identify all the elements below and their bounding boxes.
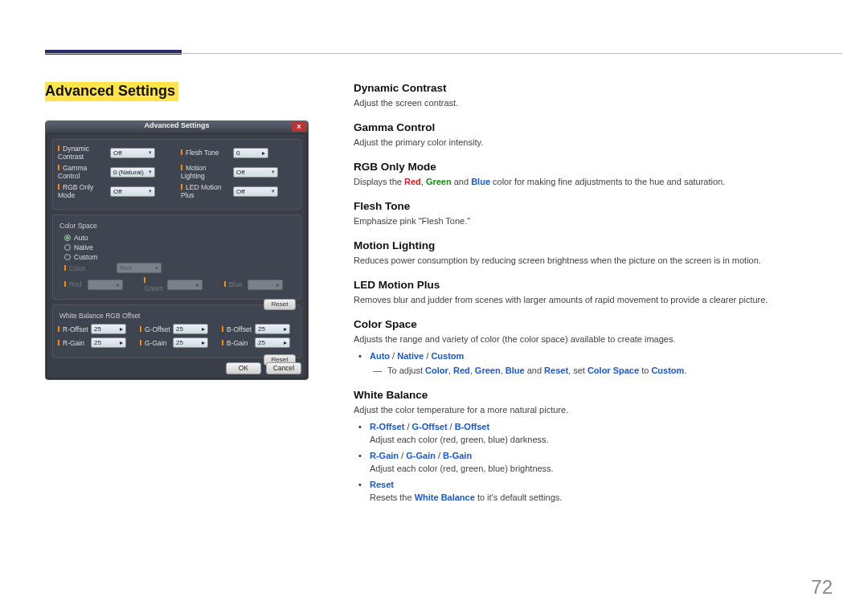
heading-led-motion-plus: LED Motion Plus <box>354 279 836 291</box>
list-item: To adjust Color, Red, Green, Blue and Re… <box>387 364 836 378</box>
chevron-right-icon: ▸ <box>262 149 265 157</box>
radio-label: Native <box>74 243 93 251</box>
select-led-motion-plus[interactable]: Off▾ <box>233 186 278 197</box>
reset-button[interactable]: Reset <box>264 299 296 310</box>
ok-button[interactable]: OK <box>226 362 261 374</box>
text: Adjust the primary color intensity. <box>354 137 836 149</box>
heading-white-balance: White Balance <box>354 389 836 401</box>
spin-r-gain[interactable]: 25▸ <box>91 337 126 348</box>
heading-dynamic-contrast: Dynamic Contrast <box>354 82 836 94</box>
spin-g-gain[interactable]: 25▸ <box>173 337 208 348</box>
panel-title-color-space: Color Space <box>59 222 296 230</box>
heading-flesh-tone: Flesh Tone <box>354 200 836 212</box>
label-green: Green <box>144 276 165 292</box>
heading-motion-lighting: Motion Lighting <box>354 239 836 251</box>
list-item: R-Offset / G-Offset / B-Offset Adjust ea… <box>370 420 836 447</box>
chevron-down-icon: ▾ <box>272 169 275 175</box>
select-motion-lighting[interactable]: Off▾ <box>233 167 278 178</box>
spin-green: ▸ <box>167 280 203 290</box>
spin-g-offset[interactable]: 25▸ <box>173 324 208 334</box>
select-color: Red▾ <box>117 263 162 273</box>
cancel-button[interactable]: Cancel <box>266 362 301 374</box>
heading-rgb-only: RGB Only Mode <box>354 161 836 173</box>
list-item: Reset Resets the White Balance to it's d… <box>370 478 836 505</box>
label-b-offset: B-Offset <box>222 325 252 333</box>
radio-icon <box>64 244 71 251</box>
advanced-settings-dialog: Advanced Settings X Dynamic Contrast Off… <box>45 121 309 380</box>
spin-b-offset[interactable]: 25▸ <box>255 324 290 334</box>
label-rgb-only: RGB Only Mode <box>58 183 108 199</box>
dialog-titlebar: Advanced Settings X <box>46 121 308 134</box>
section-title: Advanced Settings <box>45 82 178 101</box>
label-gamma-control: Gamma Control <box>58 164 108 180</box>
heading-color-space: Color Space <box>354 318 836 330</box>
label-dynamic-contrast: Dynamic Contrast <box>58 145 108 161</box>
text: Displays the Red, Green and Blue color f… <box>354 176 836 189</box>
label-red: Red <box>64 280 85 288</box>
label-motion-lighting: Motion Lighting <box>181 164 231 180</box>
spin-red: ▸ <box>88 280 123 290</box>
label-g-gain: G-Gain <box>140 339 170 347</box>
spin-b-gain[interactable]: 25▸ <box>255 337 290 348</box>
text: Adjusts the range and variety of color (… <box>354 333 836 346</box>
dialog-title: Advanced Settings <box>144 121 209 129</box>
text: Removes blur and judder from scenes with… <box>354 294 836 307</box>
radio-icon <box>64 235 71 241</box>
label-b-gain: B-Gain <box>222 339 252 347</box>
radio-native[interactable]: Native <box>64 243 296 251</box>
label-color: Color <box>64 264 114 272</box>
header-divider <box>45 53 842 54</box>
panel-title-white-balance: White Balance RGB Offset <box>59 312 296 320</box>
spin-blue: ▸ <box>248 280 283 290</box>
chevron-down-icon: ▾ <box>149 169 152 175</box>
select-rgb-only[interactable]: Off▾ <box>110 186 155 197</box>
radio-label: Custom <box>74 253 97 261</box>
list-item: R-Gain / G-Gain / B-Gain Adjust each col… <box>370 449 836 476</box>
select-dynamic-contrast[interactable]: Off▾ <box>110 148 155 158</box>
list-item: Auto / Native / Custom To adjust Color, … <box>370 349 836 378</box>
radio-custom[interactable]: Custom <box>64 253 296 261</box>
heading-gamma-control: Gamma Control <box>354 121 836 133</box>
radio-icon <box>64 254 71 260</box>
header-accent-bar <box>45 50 182 55</box>
spin-r-offset[interactable]: 25▸ <box>91 324 126 334</box>
panel-top: Dynamic Contrast Off▾ Flesh Tone 0▸ Gamm… <box>52 139 301 210</box>
close-icon[interactable]: X <box>292 122 306 132</box>
spin-flesh-tone[interactable]: 0▸ <box>233 148 268 158</box>
label-g-offset: G-Offset <box>140 325 170 333</box>
label-flesh-tone: Flesh Tone <box>181 149 231 157</box>
chevron-down-icon: ▾ <box>149 149 152 156</box>
label-led-motion-plus: LED Motion Plus <box>181 183 231 199</box>
chevron-down-icon: ▾ <box>149 188 152 194</box>
panel-color-space: Color Space Auto Native Custom ColorRed▾… <box>52 215 301 300</box>
text: Adjust the screen contrast. <box>354 97 836 110</box>
label-blue: Blue <box>224 280 245 288</box>
text: Emphasize pink "Flesh Tone." <box>354 215 836 228</box>
select-gamma-control[interactable]: 0 (Natural)▾ <box>110 167 155 178</box>
label-r-offset: R-Offset <box>58 325 88 333</box>
text: Reduces power consumption by reducing sc… <box>354 255 836 268</box>
radio-auto[interactable]: Auto <box>64 234 296 242</box>
page-number: 72 <box>811 576 833 599</box>
panel-white-balance: White Balance RGB Offset R-Offset25▸ G-O… <box>52 304 301 358</box>
text: Adjust the color temperature for a more … <box>354 404 836 417</box>
radio-label: Auto <box>74 234 88 242</box>
chevron-down-icon: ▾ <box>272 188 275 194</box>
label-r-gain: R-Gain <box>58 339 88 347</box>
